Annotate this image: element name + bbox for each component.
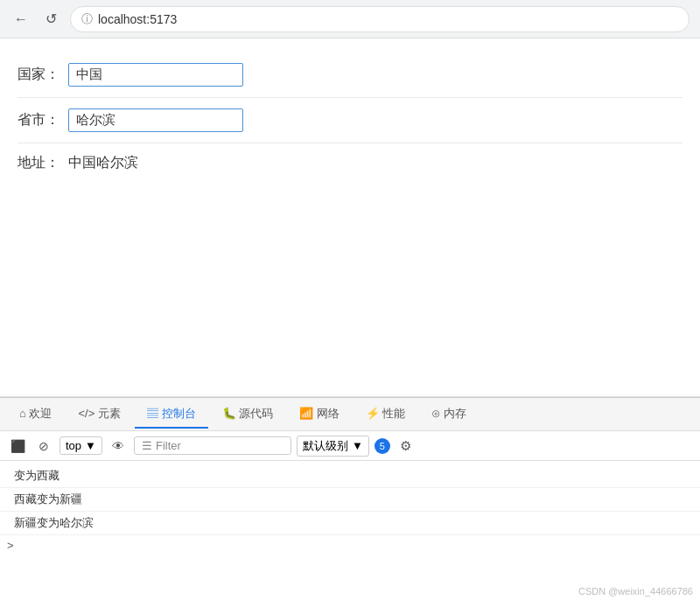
log-level-label: 默认级别	[303, 438, 348, 454]
log-item-3: 新疆变为哈尔滨	[0, 512, 700, 535]
address-label: 地址：	[18, 154, 61, 172]
log-level-selector[interactable]: 默认级别 ▼	[297, 436, 369, 457]
elements-icon: </>	[78, 407, 94, 420]
network-icon: 📶	[299, 407, 313, 420]
sources-icon: 🐛	[222, 407, 236, 420]
tab-elements-label: 元素	[98, 407, 121, 420]
province-row: 省市：	[18, 98, 682, 143]
tab-performance[interactable]: ⚡ 性能	[354, 401, 418, 429]
top-dropdown-icon: ▼	[85, 439, 96, 452]
address-row: 地址： 中国哈尔滨	[18, 143, 682, 183]
page-content: 国家： 省市： 地址： 中国哈尔滨	[0, 38, 700, 397]
tab-performance-label: 性能	[382, 407, 405, 420]
devtools-tabs: ⌂ 欢迎 </> 元素 ▤ 控制台 🐛 源代码 📶 网络 ⚡ 性能 ⊙ 内存	[0, 398, 700, 431]
welcome-icon: ⌂	[19, 407, 26, 420]
console-icon: ▤	[147, 407, 158, 420]
country-label: 国家：	[18, 66, 61, 84]
tab-network-label: 网络	[317, 407, 340, 420]
filter-input[interactable]: ☰ Filter	[134, 436, 291, 455]
tab-memory-label: 内存	[444, 407, 466, 420]
province-input[interactable]	[68, 108, 243, 132]
memory-icon: ⊙	[431, 407, 440, 420]
province-label: 省市：	[18, 111, 61, 129]
info-icon: ⓘ	[81, 11, 93, 27]
ban-button[interactable]: ⊘	[33, 436, 54, 457]
message-count: 5	[374, 438, 390, 454]
console-toolbar: ⬛ ⊘ top ▼ 👁 ☰ Filter 默认级别 ▼ 5 ⚙	[0, 431, 700, 461]
address-bar[interactable]: ⓘ localhost:5173	[70, 6, 690, 32]
eye-button[interactable]: 👁	[108, 436, 129, 457]
performance-icon: ⚡	[366, 407, 380, 420]
console-prompt[interactable]: >	[0, 535, 700, 555]
message-bubble: 5	[374, 438, 390, 454]
refresh-button[interactable]: ↺	[40, 9, 61, 30]
filter-icon: ☰	[142, 439, 152, 452]
browser-chrome: ← ↺ ⓘ localhost:5173	[0, 0, 700, 38]
address-value: 中国哈尔滨	[68, 154, 138, 172]
watermark: CSDN @weixin_44666786	[578, 586, 693, 597]
console-settings-button[interactable]: ⚙	[396, 436, 416, 457]
tab-console-label: 控制台	[162, 407, 196, 420]
country-row: 国家：	[18, 52, 682, 98]
devtools-panel: ⌂ 欢迎 </> 元素 ▤ 控制台 🐛 源代码 📶 网络 ⚡ 性能 ⊙ 内存 ⬛	[0, 397, 700, 600]
tab-network[interactable]: 📶 网络	[287, 401, 352, 429]
tab-elements[interactable]: </> 元素	[66, 401, 132, 429]
log-level-dropdown-icon: ▼	[352, 439, 363, 452]
tab-sources[interactable]: 🐛 源代码	[210, 401, 286, 429]
tab-welcome-label: 欢迎	[29, 407, 52, 420]
top-selector[interactable]: top ▼	[60, 436, 102, 455]
back-button[interactable]: ←	[10, 9, 32, 30]
country-input[interactable]	[68, 63, 243, 87]
clear-console-button[interactable]: ⬛	[7, 436, 28, 457]
log-item-1: 变为西藏	[0, 464, 700, 488]
url-text: localhost:5173	[98, 12, 177, 26]
tab-console[interactable]: ▤ 控制台	[135, 401, 208, 429]
filter-label: Filter	[156, 439, 181, 452]
tab-welcome[interactable]: ⌂ 欢迎	[7, 401, 64, 429]
top-label: top	[66, 439, 81, 452]
tab-sources-label: 源代码	[239, 407, 273, 420]
log-item-2: 西藏变为新疆	[0, 488, 700, 512]
console-output: 变为西藏 西藏变为新疆 新疆变为哈尔滨 >	[0, 461, 700, 600]
tab-memory[interactable]: ⊙ 内存	[419, 401, 479, 429]
